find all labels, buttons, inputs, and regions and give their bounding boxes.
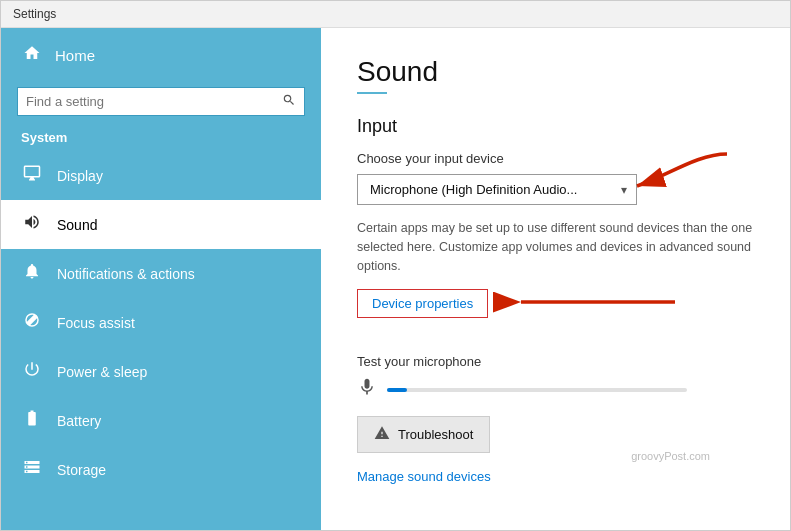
input-device-dropdown[interactable]: Microphone (High Definition Audio... <box>357 174 637 205</box>
manage-sound-devices-link[interactable]: Manage sound devices <box>357 469 491 484</box>
microphone-icon <box>357 377 377 402</box>
search-box[interactable] <box>17 87 305 116</box>
notifications-icon <box>21 262 43 285</box>
page-title: Sound <box>357 56 754 88</box>
sidebar-item-power[interactable]: Power & sleep <box>1 347 321 396</box>
title-bar-label: Settings <box>13 7 56 21</box>
sidebar-item-focus-label: Focus assist <box>57 315 135 331</box>
sidebar-item-sound[interactable]: Sound <box>1 200 321 249</box>
title-underline <box>357 92 387 94</box>
sidebar-home-button[interactable]: Home <box>1 28 321 83</box>
home-label: Home <box>55 47 95 64</box>
sidebar-item-display[interactable]: Display <box>1 151 321 200</box>
mic-level-fill <box>387 388 407 392</box>
search-icon <box>282 93 296 110</box>
watermark: groovyPost.com <box>631 450 710 462</box>
storage-icon <box>21 458 43 481</box>
mic-level-bar <box>387 388 687 392</box>
battery-icon <box>21 409 43 432</box>
system-label: System <box>1 126 321 151</box>
sidebar-item-sound-label: Sound <box>57 217 97 233</box>
search-input[interactable] <box>26 94 282 109</box>
home-icon <box>21 44 43 67</box>
input-device-row: Microphone (High Definition Audio... ▾ <box>357 174 754 205</box>
sidebar: Home System Display Sound <box>1 28 321 530</box>
red-arrow-dropdown <box>617 146 737 201</box>
test-microphone-label: Test your microphone <box>357 354 754 369</box>
sidebar-item-focus[interactable]: Focus assist <box>1 298 321 347</box>
sidebar-item-battery[interactable]: Battery <box>1 396 321 445</box>
sidebar-item-notifications-label: Notifications & actions <box>57 266 195 282</box>
section-heading: Input <box>357 116 754 137</box>
sidebar-item-notifications[interactable]: Notifications & actions <box>1 249 321 298</box>
sidebar-item-display-label: Display <box>57 168 103 184</box>
sidebar-item-battery-label: Battery <box>57 413 101 429</box>
sidebar-item-storage[interactable]: Storage <box>1 445 321 494</box>
troubleshoot-icon <box>374 425 390 444</box>
red-arrow-props <box>505 284 685 324</box>
microphone-level-row <box>357 377 754 402</box>
sound-icon <box>21 213 43 236</box>
info-text: Certain apps may be set up to use differ… <box>357 219 754 275</box>
main-content: Sound Input Choose your input device Mic… <box>321 28 790 530</box>
title-bar: Settings <box>1 1 790 28</box>
troubleshoot-label: Troubleshoot <box>398 427 473 442</box>
focus-icon <box>21 311 43 334</box>
power-icon <box>21 360 43 383</box>
sidebar-item-power-label: Power & sleep <box>57 364 147 380</box>
display-icon <box>21 164 43 187</box>
device-properties-button[interactable]: Device properties <box>357 289 488 318</box>
sidebar-item-storage-label: Storage <box>57 462 106 478</box>
troubleshoot-button[interactable]: Troubleshoot <box>357 416 490 453</box>
